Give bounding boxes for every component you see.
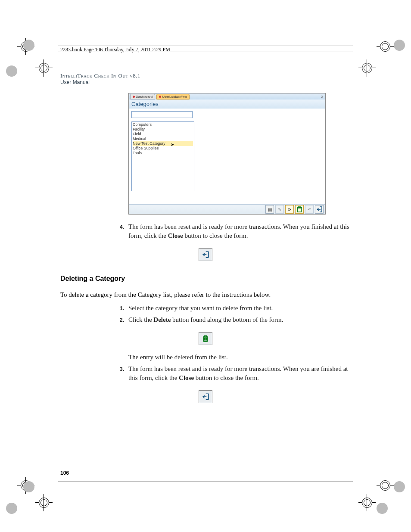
step-number: 4.: [113, 222, 128, 240]
step-4: 4. The form has been reset and is ready …: [60, 222, 351, 240]
binding-dot-icon: [394, 481, 405, 492]
list-item-selected[interactable]: New Test Category: [133, 141, 193, 146]
header-rule: [58, 46, 353, 46]
running-header: IntelliTrack Check In-Out v8.1 User Manu…: [60, 72, 351, 85]
page-button[interactable]: ▤: [265, 205, 274, 214]
crop-mark-icon: [358, 494, 376, 511]
cursor-icon: ➤: [171, 142, 174, 147]
close-button-illustration: [199, 390, 212, 403]
list-item[interactable]: Facility: [133, 127, 193, 132]
step-number: 3.: [113, 364, 128, 383]
crop-mark-icon: [377, 477, 394, 494]
binding-dot-icon: [6, 65, 17, 77]
svg-rect-0: [298, 208, 302, 212]
binding-dot-icon: [6, 503, 17, 514]
intro-paragraph: To delete a category from the Category l…: [60, 290, 351, 299]
step-text: The form has been reset and is ready for…: [128, 364, 351, 383]
delete-step-3: 3. The form has been reset and is ready …: [60, 364, 351, 383]
tab-strip: Dashboard UserLookupFrm x: [129, 93, 325, 100]
category-input[interactable]: [131, 111, 193, 118]
binding-dot-icon: [377, 503, 388, 514]
list-item[interactable]: Computers: [133, 122, 193, 127]
product-title: IntelliTrack Check In-Out v8.1: [60, 72, 351, 79]
form-title: Categories: [129, 100, 325, 109]
categories-form-screenshot: Dashboard UserLookupFrm x Categories Com…: [128, 93, 326, 215]
delete-step-2-result: The entry will be deleted from the list.: [60, 353, 351, 362]
binding-dot-icon: [394, 40, 405, 51]
tab-dashboard[interactable]: Dashboard: [130, 94, 155, 100]
list-item[interactable]: Field: [133, 132, 193, 137]
form-toolbar: ▤ ✎ ⟳ ↶: [129, 204, 325, 214]
crop-mark-icon: [358, 59, 376, 77]
edit-button[interactable]: ✎: [275, 205, 284, 214]
close-button[interactable]: [315, 205, 324, 214]
delete-step-2: 2. Click the Delete button found along t…: [60, 315, 351, 324]
section-heading: Deleting a Category: [60, 275, 351, 283]
step-text: The form has been reset and is ready for…: [128, 222, 351, 240]
book-path-label: 2283.book Page 106 Thursday, July 7, 201…: [60, 47, 170, 53]
close-button-illustration: [199, 248, 212, 261]
tab-userlookup[interactable]: UserLookupFrm: [156, 94, 189, 100]
crop-mark-icon: [35, 494, 53, 511]
step-number: 1.: [113, 304, 128, 313]
crop-mark-icon: [35, 59, 53, 77]
delete-button[interactable]: [295, 205, 304, 214]
delete-button-illustration: [199, 332, 212, 345]
binding-dot-icon: [23, 40, 34, 51]
category-listbox[interactable]: Computers Facility Field Medical New Tes…: [131, 121, 194, 191]
step-text: Select the category that you want to del…: [128, 304, 351, 313]
doc-subtitle: User Manual: [60, 79, 351, 85]
undo-button[interactable]: ↶: [305, 205, 314, 214]
tab-label: Dashboard: [136, 95, 153, 99]
binding-dot-icon: [23, 481, 34, 492]
crop-mark-icon: [377, 38, 394, 55]
step-text: Click the Delete button found along the …: [128, 315, 351, 324]
page-number: 106: [60, 470, 69, 476]
tabstrip-close-button[interactable]: x: [321, 94, 324, 99]
list-item[interactable]: Medical: [133, 137, 193, 141]
step-text: The entry will be deleted from the list.: [128, 353, 351, 362]
footer-rule: [58, 482, 353, 482]
tab-label: UserLookupFrm: [162, 95, 187, 99]
refresh-button[interactable]: ⟳: [285, 205, 294, 214]
list-item[interactable]: Tools: [133, 151, 193, 156]
list-item[interactable]: Office Supplies: [133, 146, 193, 151]
step-number: 2.: [113, 315, 128, 324]
delete-step-1: 1. Select the category that you want to …: [60, 304, 351, 313]
